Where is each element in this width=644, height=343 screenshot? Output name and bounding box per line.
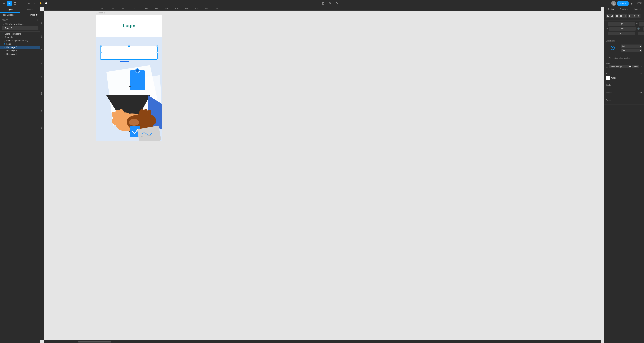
left-panel: Layers Assets Page Selector Page 3 ▾ Pag…: [0, 7, 40, 343]
constraints-section: Constraints Left Right Ce: [604, 38, 644, 56]
svg-text:380: 380: [41, 92, 42, 95]
layer-item-undraw[interactable]: ⬚ undraw_agreement_asy 1: [0, 39, 40, 42]
layer-name: Rectangle 3: [6, 46, 38, 49]
link-icon[interactable]: 🔗: [637, 27, 640, 30]
fill-icon[interactable]: [328, 1, 332, 6]
rotation-input[interactable]: [608, 32, 635, 35]
handle-r: [156, 52, 158, 54]
layer-header: Layer: [606, 62, 642, 64]
layer-item-android[interactable]: ▾ Android - 1: [0, 36, 40, 39]
lock-icon[interactable]: 🔒: [34, 53, 36, 55]
distribute-v-btn[interactable]: [636, 14, 640, 18]
align-bottom-btn[interactable]: [628, 14, 632, 18]
fill-options-icon[interactable]: [640, 77, 642, 79]
svg-text:60: 60: [41, 22, 42, 24]
text-tool[interactable]: T: [32, 1, 37, 6]
h-input[interactable]: [643, 27, 644, 31]
svg-point-84: [640, 78, 641, 78]
layer-mode-select[interactable]: Pass Through Normal Multiply Screen Over…: [609, 65, 631, 68]
tab-design[interactable]: Design: [604, 7, 617, 12]
svg-rect-80: [634, 16, 634, 17]
add-export-btn[interactable]: +: [640, 99, 642, 102]
toolbar-center: [49, 1, 610, 6]
layer-type-icon: —: [3, 53, 6, 55]
fix-position-checkbox[interactable]: [606, 57, 608, 59]
move-tool[interactable]: [7, 1, 12, 6]
fill-swatch[interactable]: [606, 76, 610, 80]
contrast-icon[interactable]: [334, 1, 339, 6]
add-page-button[interactable]: +: [37, 19, 38, 22]
selected-rectangle[interactable]: [100, 46, 158, 60]
tab-prototype[interactable]: Prototype: [617, 7, 631, 12]
shape-tool[interactable]: □: [21, 1, 26, 6]
svg-rect-70: [621, 15, 622, 17]
canvas-area[interactable]: 27 80 140 200 270 330 387 445 505 563 62…: [40, 7, 604, 343]
layer-mode-circle[interactable]: [606, 66, 608, 68]
export-header: Export +: [606, 99, 642, 102]
toolbar-left: □ ✏ T ✋ 💬: [1, 1, 48, 6]
add-effect-btn[interactable]: +: [640, 91, 642, 94]
blue-section: 360 × 76: [96, 37, 162, 137]
handle-b: [128, 59, 130, 60]
share-button[interactable]: Share: [617, 1, 628, 6]
w-label: W: [606, 28, 608, 30]
horizontal-scrollbar[interactable]: [44, 340, 601, 343]
constraint-vertical[interactable]: Top Bottom Center Top & Bottom Scale: [621, 49, 642, 52]
zoom-display[interactable]: 105%: [636, 2, 643, 5]
align-center-h-btn[interactable]: [610, 14, 614, 18]
stroke-header: Stroke +: [606, 84, 642, 87]
tab-layers[interactable]: Layers: [0, 7, 20, 13]
constraints-content: Left Right Center Left & Right Scale Top…: [606, 43, 642, 54]
svg-rect-2: [3, 4, 5, 4]
tab-inspect[interactable]: Inspect: [630, 7, 644, 12]
pages-header: Pages +: [2, 19, 38, 22]
page-selector[interactable]: Page Selector Page 3 ▾: [0, 13, 40, 17]
effects-header: Effects +: [606, 91, 642, 94]
fix-position-label: Fix position when scrolling: [609, 57, 630, 59]
layer-item-login[interactable]: T Login: [0, 42, 40, 46]
menu-icon[interactable]: [1, 1, 6, 6]
canvas-scroll[interactable]: Android -1 Login: [44, 11, 601, 340]
opacity-input[interactable]: [632, 65, 639, 68]
w-input[interactable]: [608, 27, 636, 31]
layer-name: undraw_agreement_asy 1: [6, 40, 38, 42]
add-fill-btn[interactable]: +: [640, 72, 642, 75]
eye-icon[interactable]: 👁: [36, 53, 38, 55]
scrollbar-thumb[interactable]: [78, 341, 112, 342]
align-middle-btn[interactable]: [623, 14, 628, 18]
align-right-btn[interactable]: [615, 14, 619, 18]
svg-text:740: 740: [216, 8, 218, 10]
comment-tool[interactable]: 💬: [44, 1, 48, 6]
page-item-page3[interactable]: ✓ Page 3: [2, 26, 38, 30]
svg-text:330: 330: [145, 8, 148, 10]
frame-tool[interactable]: [13, 1, 18, 6]
pen-tool[interactable]: ✏: [27, 1, 32, 6]
distribute-h-btn[interactable]: [632, 14, 636, 18]
align-left-btn[interactable]: [606, 14, 610, 18]
export-title: Export: [606, 99, 611, 101]
radius-input[interactable]: [638, 32, 644, 35]
layer-visibility-btn[interactable]: 👁: [640, 66, 642, 68]
layer-item-rectangle2[interactable]: — Rectangle 2 🔒 👁: [0, 52, 40, 56]
add-stroke-btn[interactable]: +: [640, 84, 642, 87]
svg-rect-69: [620, 15, 621, 17]
x-label: X: [606, 23, 607, 25]
fill-header: Fill +: [606, 72, 642, 75]
constraint-horizontal[interactable]: Left Right Center Left & Right Scale: [621, 45, 642, 48]
align-top-btn[interactable]: [619, 14, 623, 18]
layer-item-deine-job[interactable]: T Deine Job website: [0, 32, 40, 36]
page-item-wireframe[interactable]: → Wireframe -- Ideas: [2, 22, 38, 26]
x-input[interactable]: [608, 22, 635, 26]
layer-item-rectangle1[interactable]: — Rectangle 1: [0, 49, 40, 52]
svg-rect-66: [616, 15, 618, 16]
svg-rect-67: [616, 16, 618, 17]
main-layout: Layers Assets Page Selector Page 3 ▾ Pag…: [0, 7, 644, 343]
present-icon[interactable]: ▷: [630, 1, 634, 6]
y-input[interactable]: [639, 22, 644, 26]
frame-label: Android -1: [96, 12, 105, 14]
layer-type-icon: —: [3, 50, 6, 52]
expand-icon[interactable]: [321, 1, 326, 6]
tab-assets[interactable]: Assets: [20, 7, 40, 13]
layer-item-rectangle3[interactable]: — Rectangle 3: [0, 46, 40, 49]
hand-tool[interactable]: ✋: [38, 1, 43, 6]
